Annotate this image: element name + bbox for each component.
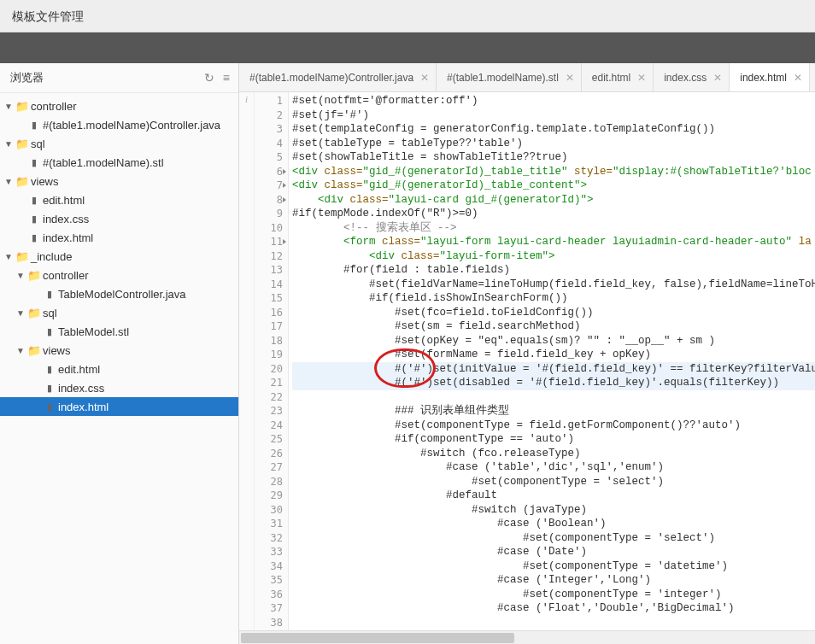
close-icon[interactable]: ✕ bbox=[713, 72, 722, 84]
tree-item-label: sql bbox=[31, 138, 45, 150]
code-line[interactable]: <div class="gid_#(generatorId)_table_tit… bbox=[292, 165, 815, 179]
tree-folder[interactable]: ▼📁views bbox=[0, 341, 238, 360]
tree-file[interactable]: ▮index.html bbox=[0, 397, 238, 416]
tree-folder[interactable]: ▼📁_include bbox=[0, 247, 238, 266]
tab-label: #(table1.modelName)Controller.java bbox=[249, 72, 413, 84]
tree-item-label: index.html bbox=[58, 401, 108, 413]
tree-file[interactable]: ▮index.html bbox=[0, 228, 238, 247]
folder-icon: 📁 bbox=[14, 175, 31, 188]
tree-item-label: views bbox=[43, 344, 71, 357]
editor-tab[interactable]: index.css✕ bbox=[654, 63, 730, 91]
info-gutter-icon: i bbox=[239, 92, 255, 630]
code-line[interactable]: #for(field : table.fields) bbox=[292, 263, 815, 278]
editor-tab[interactable]: #(table1.modelName).stl✕ bbox=[437, 63, 582, 91]
tab-label: edit.html bbox=[592, 72, 630, 84]
code-line[interactable]: #('#')set(disabled = '#(field.field_key)… bbox=[292, 376, 815, 390]
code-line[interactable] bbox=[292, 390, 815, 405]
toolbar-strip bbox=[0, 32, 815, 63]
tree-file[interactable]: ▮index.css bbox=[0, 209, 238, 228]
code-line[interactable]: #case ('Integer','Long') bbox=[292, 573, 815, 588]
tree-item-label: index.html bbox=[43, 231, 93, 244]
code-line[interactable]: <div class="layui-card gid_#(generatorId… bbox=[292, 193, 815, 208]
tree-file[interactable]: ▮index.css bbox=[0, 378, 238, 397]
code-line[interactable]: #if(field.isShowInSearchForm()) bbox=[292, 291, 815, 306]
chevron-down-icon[interactable]: ▼ bbox=[15, 308, 26, 318]
tree-file[interactable]: ▮TableModel.stl bbox=[0, 322, 238, 341]
horizontal-scrollbar[interactable] bbox=[239, 630, 815, 644]
code-line[interactable]: #('#')set(initValue = '#(field.field_key… bbox=[292, 362, 815, 377]
code-line[interactable]: #if(componentType == 'auto') bbox=[292, 432, 815, 447]
code-line[interactable]: #case ('Boolean') bbox=[292, 517, 815, 531]
chevron-down-icon[interactable]: ▼ bbox=[3, 139, 14, 149]
file-icon: ▮ bbox=[26, 195, 43, 206]
code-line[interactable]: #set(componentType = 'select') bbox=[292, 531, 815, 546]
code-line[interactable]: #set(sm = field.searchMethod) bbox=[292, 319, 815, 334]
tree-folder[interactable]: ▼📁controller bbox=[0, 266, 238, 284]
code-line[interactable]: #set(opKey = "eq".equals(sm)? "" : "__op… bbox=[292, 334, 815, 348]
editor-tab[interactable]: #(table1.modelName)Controller.java✕ bbox=[239, 63, 437, 91]
file-icon: ▮ bbox=[26, 120, 43, 131]
chevron-down-icon[interactable]: ▼ bbox=[3, 177, 14, 186]
code-line[interactable]: #set(componentType = 'integer') bbox=[292, 588, 815, 602]
close-icon[interactable]: ✕ bbox=[566, 72, 574, 84]
code-line[interactable]: #set(fieldVarName=lineToHump(field.field… bbox=[292, 278, 815, 292]
code-area[interactable]: #set(notfmt='@formatter:off')#set(jf='#'… bbox=[289, 92, 815, 630]
close-icon[interactable]: ✕ bbox=[637, 72, 646, 84]
tree-item-label: edit.html bbox=[58, 363, 100, 376]
editor-tab[interactable]: index.html✕ bbox=[730, 63, 810, 91]
chevron-down-icon[interactable]: ▼ bbox=[3, 102, 14, 111]
code-line[interactable]: #case ('Float','Double','BigDecimal') bbox=[292, 601, 815, 616]
file-icon: ▮ bbox=[41, 364, 58, 375]
code-line[interactable]: #set(notfmt='@formatter:off') bbox=[292, 94, 815, 108]
folder-icon: 📁 bbox=[26, 307, 43, 319]
tree-item-label: index.css bbox=[58, 382, 104, 395]
code-line[interactable]: #default bbox=[292, 489, 815, 503]
code-line[interactable]: #set(componentType = 'datetime') bbox=[292, 559, 815, 574]
tree-folder[interactable]: ▼📁views bbox=[0, 172, 238, 190]
refresh-icon[interactable]: ↻ bbox=[204, 71, 214, 85]
chevron-down-icon[interactable]: ▼ bbox=[15, 346, 26, 355]
code-line[interactable]: #set(templateConfig = generatorConfig.te… bbox=[292, 122, 815, 137]
code-line[interactable]: #set(componentType = 'select') bbox=[292, 475, 815, 489]
chevron-down-icon[interactable]: ▼ bbox=[15, 271, 26, 280]
code-line[interactable]: #set(jf='#') bbox=[292, 108, 815, 123]
code-line[interactable]: #switch (fco.releaseType) bbox=[292, 447, 815, 461]
tree-folder[interactable]: ▼📁sql bbox=[0, 303, 238, 322]
code-line[interactable]: #if(tempMode.indexOf("R")>=0) bbox=[292, 207, 815, 221]
chevron-down-icon[interactable]: ▼ bbox=[3, 252, 14, 261]
code-line[interactable]: #set(formName = field.field_key + opKey) bbox=[292, 348, 815, 362]
tree-file[interactable]: ▮edit.html bbox=[0, 360, 238, 378]
tree-item-label: TableModelController.java bbox=[58, 288, 186, 301]
code-line[interactable] bbox=[292, 616, 815, 630]
tree-item-label: controller bbox=[43, 269, 88, 282]
tree-file[interactable]: ▮#(table1.modelName)Controller.java bbox=[0, 115, 238, 134]
close-icon[interactable]: ✕ bbox=[420, 72, 429, 84]
editor-tab[interactable]: edit.html✕ bbox=[582, 63, 654, 91]
code-line[interactable]: <!-- 搜索表单区 --> bbox=[292, 221, 815, 236]
file-tree[interactable]: ▼📁controller▮#(table1.modelName)Controll… bbox=[0, 93, 238, 644]
menu-icon[interactable]: ≡ bbox=[223, 71, 230, 85]
tree-item-label: edit.html bbox=[43, 194, 85, 207]
tree-folder[interactable]: ▼📁sql bbox=[0, 134, 238, 153]
folder-icon: 📁 bbox=[26, 344, 43, 357]
tree-folder[interactable]: ▼📁controller bbox=[0, 97, 238, 115]
code-line[interactable]: #set(componentType = field.getFormCompon… bbox=[292, 419, 815, 433]
tab-label: #(table1.modelName).stl bbox=[447, 72, 559, 84]
tree-file[interactable]: ▮edit.html bbox=[0, 190, 238, 209]
code-line[interactable]: #case ('Date') bbox=[292, 545, 815, 559]
code-line[interactable]: <div class="gid_#(generatorId)_table_con… bbox=[292, 179, 815, 193]
code-line[interactable]: #set(fco=field.toFieldConfig()) bbox=[292, 306, 815, 320]
code-line[interactable]: <div class="layui-form-item"> bbox=[292, 249, 815, 264]
close-icon[interactable]: ✕ bbox=[794, 72, 802, 84]
code-line[interactable]: #set(tableType = tableType??'table') bbox=[292, 137, 815, 151]
code-line[interactable]: <form class="layui-form layui-card-heade… bbox=[292, 235, 815, 249]
tree-file[interactable]: ▮#(table1.modelName).stl bbox=[0, 153, 238, 172]
code-line[interactable]: #switch (javaType) bbox=[292, 503, 815, 518]
scrollbar-thumb[interactable] bbox=[241, 633, 514, 643]
code-line[interactable]: #case ('table','dic','sql','enum') bbox=[292, 460, 815, 475]
file-icon: ▮ bbox=[26, 232, 43, 243]
code-line[interactable]: #set(showTableTitle = showTableTitle??tr… bbox=[292, 150, 815, 165]
code-line[interactable]: ### 识别表单组件类型 bbox=[292, 404, 815, 419]
editor-tabs[interactable]: #(table1.modelName)Controller.java✕#(tab… bbox=[239, 63, 815, 92]
tree-file[interactable]: ▮TableModelController.java bbox=[0, 284, 238, 303]
